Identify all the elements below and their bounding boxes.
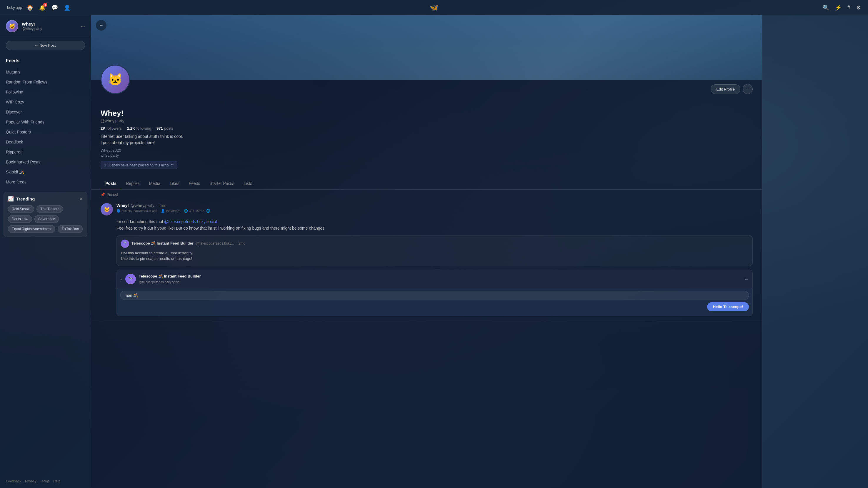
chat-handle: @telescopefeeds.bsky.social xyxy=(139,280,742,285)
topnav-url: bsky.app xyxy=(7,5,22,10)
posts-count: 971 xyxy=(156,126,163,131)
chat-back-icon[interactable]: ‹ xyxy=(121,276,122,282)
posts-label: posts xyxy=(164,126,173,131)
trending-tag-tiktok-ban[interactable]: TikTok Ban xyxy=(58,225,83,233)
profile-icon[interactable]: 👤 xyxy=(64,4,70,11)
topnav-left: bsky.app 🏠 🔔 3 💬 👤 xyxy=(7,4,70,11)
trending-tag-the-traitors[interactable]: The Traitors xyxy=(36,205,63,213)
topnav-logo[interactable]: 🦋 xyxy=(430,3,439,12)
quoted-time: · 2mo xyxy=(237,241,245,246)
trending-title: Trending xyxy=(16,196,35,201)
post-body-text: Im soft launching this tool xyxy=(117,219,164,224)
trending-tag-denis-law[interactable]: Denis Law xyxy=(8,215,32,223)
tab-media[interactable]: Media xyxy=(145,178,165,189)
edit-profile-button[interactable]: Edit Profile xyxy=(711,85,740,94)
settings-icon[interactable]: ⚙ xyxy=(856,4,861,11)
feed-item-quiet-posters[interactable]: Quiet Posters xyxy=(0,127,91,137)
home-icon[interactable]: 🏠 xyxy=(27,4,33,11)
profile-more-button[interactable]: ··· xyxy=(743,84,753,94)
profile-website[interactable]: whey.party xyxy=(101,153,753,158)
sidebar-username: Whey! xyxy=(22,22,42,27)
post-time: · 2mo xyxy=(156,203,166,208)
chat-widget: ‹ 🔭 Telescope 🪃 Instant Feed Builder @te… xyxy=(117,269,753,316)
post-name-row: Whey! @whey.party · 2mo xyxy=(117,203,753,208)
hashtag-icon[interactable]: # xyxy=(847,4,850,10)
post-avatar[interactable]: 🐱 xyxy=(101,203,113,216)
feed-item-random-from-follows[interactable]: Random From Follows xyxy=(0,77,91,87)
stat-following[interactable]: 1.2K following xyxy=(127,126,151,131)
back-button[interactable]: ← xyxy=(96,20,106,31)
butterfly-icon: 🦋 xyxy=(430,3,439,11)
tab-feeds[interactable]: Feeds xyxy=(184,178,205,189)
bio-line1: Internet user talking about stuff i thin… xyxy=(101,133,753,140)
feed-item-more-feeds[interactable]: More feeds xyxy=(0,177,91,187)
post-meta: Whey! @whey.party · 2mo 🔵 bluesky-social… xyxy=(117,203,753,213)
feed-item-skibidi[interactable]: Skibidi 🪃 xyxy=(0,167,91,177)
chat-title-area: Telescope 🪃 Instant Feed Builder @telesc… xyxy=(139,273,742,285)
topnav-nav-icons: 🏠 🔔 3 💬 👤 xyxy=(27,4,70,11)
sidebar-avatar: 🐱 xyxy=(6,20,18,32)
quoted-avatar: 🔭 xyxy=(121,239,129,248)
feeds-section: Feeds Mutuals Random From Follows Follow… xyxy=(0,54,91,189)
messages-icon[interactable]: 💬 xyxy=(52,4,58,11)
footer-privacy[interactable]: Privacy xyxy=(25,479,36,483)
feed-item-wip-cozy[interactable]: WIP Cozy xyxy=(0,97,91,107)
user-card-more-icon[interactable]: ··· xyxy=(81,23,85,29)
tab-lists[interactable]: Lists xyxy=(239,178,257,189)
trending-section: 📈 Trending ✕ Roki Sasaki The Traitors De… xyxy=(3,192,87,237)
chat-input-area: Hello Telescope! xyxy=(117,288,752,316)
chat-input[interactable] xyxy=(120,291,749,300)
quoted-body-line1: DM this account to create a Feed instant… xyxy=(121,250,748,256)
profile-header-row: Edit Profile ··· xyxy=(101,80,753,94)
feed-item-deadlock[interactable]: Deadlock xyxy=(0,137,91,147)
post-timezone-badge: 🌐 UTC+07:00 🌐 xyxy=(184,209,211,213)
post-app-badge[interactable]: 🔵 bluesky-social/social-app xyxy=(117,209,157,213)
feed-item-ripperoni[interactable]: Ripperoni xyxy=(0,147,91,157)
footer-feedback[interactable]: Feedback xyxy=(6,479,22,483)
trending-tag-roki-sasaki[interactable]: Roki Sasaki xyxy=(8,205,34,213)
chat-more-icon[interactable]: ··· xyxy=(745,276,748,282)
profile-area: ← 🐱 Edit Profile ··· Whey! @whey.party 2… xyxy=(91,15,762,488)
feed-item-mutuals[interactable]: Mutuals xyxy=(0,67,91,77)
tab-posts[interactable]: Posts xyxy=(101,178,121,189)
labels-notice[interactable]: ℹ 3 labels have been placed on this acco… xyxy=(101,161,177,169)
hello-telescope-button[interactable]: Hello Telescope! xyxy=(707,302,749,311)
bio-line2: I post about my projects here! xyxy=(101,140,753,146)
chat-avatar: 🔭 xyxy=(125,274,136,284)
tab-starter-packs[interactable]: Starter Packs xyxy=(205,178,239,189)
trending-tags: Roki Sasaki The Traitors Denis Law Sever… xyxy=(8,205,83,233)
post-username[interactable]: Whey! xyxy=(117,203,129,208)
post-body-link[interactable]: @telescopefeeds.bsky.social xyxy=(164,219,217,224)
profile-tabs: Posts Replies Media Likes Feeds Starter … xyxy=(91,178,762,190)
trending-tag-severance[interactable]: Severance xyxy=(34,215,59,223)
user-card-left: 🐱 Whey! @whey.party xyxy=(6,20,42,32)
post-userhandle: @whey.party xyxy=(131,203,154,208)
right-panel xyxy=(762,15,868,488)
tab-replies[interactable]: Replies xyxy=(121,178,145,189)
post-pronoun-badge: 👤 they/them xyxy=(161,209,180,213)
feed-item-popular-with-friends[interactable]: Popular With Friends xyxy=(0,117,91,127)
chat-title: Telescope 🪃 Instant Feed Builder xyxy=(139,273,742,280)
profile-stats: 2K followers 1.2K following 971 posts xyxy=(101,126,753,131)
post-card: 🐱 Whey! @whey.party · 2mo 🔵 bluesky-soci… xyxy=(91,198,762,321)
footer-terms[interactable]: Terms xyxy=(40,479,50,483)
notifications-icon[interactable]: 🔔 3 xyxy=(39,4,45,11)
profile-handle: @whey.party xyxy=(101,119,753,123)
trending-close-icon[interactable]: ✕ xyxy=(79,196,83,202)
feed-item-following[interactable]: Following xyxy=(0,87,91,97)
stat-followers[interactable]: 2K followers xyxy=(101,126,122,131)
feed-item-bookmarked-posts[interactable]: Bookmarked Posts xyxy=(0,157,91,167)
profile-discord: Whey#8020 xyxy=(101,148,753,153)
following-count: 1.2K xyxy=(127,126,135,131)
trending-header: 📈 Trending ✕ xyxy=(8,196,83,202)
new-post-button[interactable]: ✏ New Post xyxy=(6,41,85,50)
feed-item-discover[interactable]: Discover xyxy=(0,107,91,117)
trending-tag-equal-rights-amendment[interactable]: Equal Rights Amendment xyxy=(8,225,55,233)
following-label: following xyxy=(136,126,151,131)
tab-likes[interactable]: Likes xyxy=(165,178,184,189)
profile-info-area: 🐱 Edit Profile ··· Whey! @whey.party 2K … xyxy=(91,80,762,174)
feeds-icon[interactable]: ⚡ xyxy=(835,4,841,11)
search-icon[interactable]: 🔍 xyxy=(823,4,829,11)
footer-help[interactable]: Help xyxy=(53,479,61,483)
chat-widget-header: ‹ 🔭 Telescope 🪃 Instant Feed Builder @te… xyxy=(117,270,752,288)
